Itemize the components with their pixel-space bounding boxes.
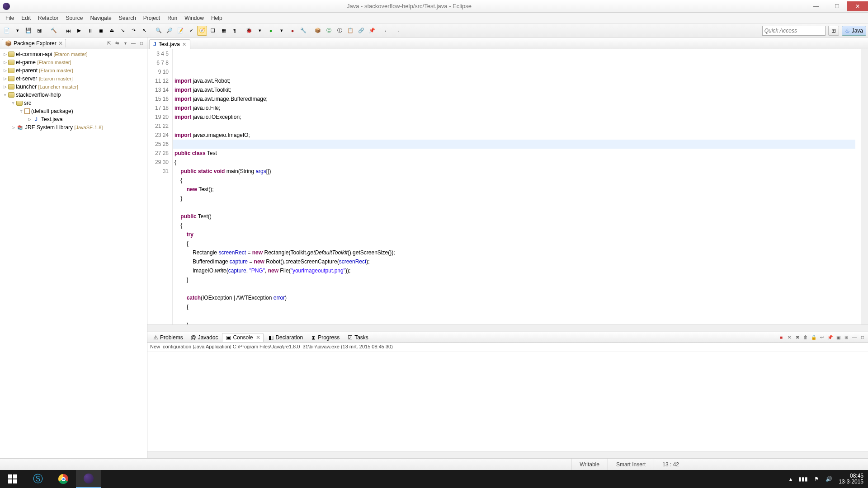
menu-help[interactable]: Help — [208, 14, 226, 23]
run-button[interactable]: ● — [266, 26, 276, 36]
terminate-console-button[interactable]: ■ — [778, 334, 785, 341]
menu-window[interactable]: Window — [181, 14, 208, 23]
file-test-java[interactable]: ▷JTest.java — [0, 115, 147, 123]
step-into-button[interactable]: ↘ — [118, 26, 127, 36]
close-view-icon[interactable]: ✕ — [58, 40, 63, 47]
new-button[interactable]: 📄 — [2, 26, 12, 36]
default-package[interactable]: ▿(default package) — [0, 107, 147, 115]
project-launcher[interactable]: ▷launcher [Launcher master] — [0, 83, 147, 91]
taskbar-chrome[interactable] — [51, 470, 76, 488]
view-menu-button[interactable]: ▾ — [122, 40, 129, 47]
remove-all-button[interactable]: ✖ — [794, 334, 801, 341]
java-perspective-button[interactable]: ♨ Java — [842, 26, 866, 36]
taskbar-eclipse[interactable] — [76, 470, 101, 488]
project-et-server[interactable]: ▷et-server [Etaron master] — [0, 75, 147, 83]
taskbar-skype[interactable]: Ⓢ — [25, 470, 51, 488]
toggle-breadcrumb-button[interactable]: 🧭 — [197, 26, 207, 36]
horizontal-scrollbar[interactable] — [147, 324, 868, 332]
editor-tab-test-java[interactable]: J Test.java ✕ — [149, 39, 190, 49]
clear-console-button[interactable]: 🗑 — [802, 334, 809, 341]
suspend-button[interactable]: ⏸ — [85, 26, 95, 36]
external-tools-button[interactable]: 🔧 — [298, 26, 308, 36]
forward-button[interactable]: → — [392, 26, 402, 36]
new-class-button[interactable]: Ⓒ — [324, 26, 334, 36]
tray-clock[interactable]: 08:45 13-3-2015 — [839, 473, 863, 485]
collapse-all-button[interactable]: ⇱ — [105, 40, 113, 47]
tray-chevron-icon[interactable]: ▴ — [789, 476, 792, 482]
block-selection-button[interactable]: ▦ — [219, 26, 229, 36]
run-dropdown[interactable]: ▾ — [277, 26, 287, 36]
show-whitespace-button[interactable]: ¶ — [230, 26, 240, 36]
mark-occurrences-button[interactable]: ❏ — [208, 26, 218, 36]
menu-search[interactable]: Search — [115, 14, 140, 23]
code-content[interactable]: import java.awt.Robot;import java.awt.To… — [173, 49, 861, 324]
tab-declaration[interactable]: ◧Declaration — [264, 333, 306, 342]
scroll-lock-button[interactable]: 🔒 — [810, 334, 817, 341]
coverage-button[interactable]: ● — [288, 26, 297, 36]
open-console-button[interactable]: ⊞ — [843, 334, 850, 341]
new-interface-button[interactable]: Ⓘ — [335, 26, 344, 36]
console-scrollbar[interactable] — [147, 451, 868, 458]
build-button[interactable]: 🔨 — [49, 26, 59, 36]
disconnect-button[interactable]: ⏏ — [107, 26, 117, 36]
link-editor-button[interactable]: ⇆ — [113, 40, 121, 47]
marker-bar[interactable] — [147, 49, 154, 324]
code-editor[interactable]: 3 4 5 6 7 8 9 10 11 12 13 14 15 16 17 18… — [147, 49, 868, 324]
step-over-button[interactable]: ↷ — [128, 26, 138, 36]
tray-action-icon[interactable]: ⚑ — [814, 476, 819, 482]
close-tab-icon[interactable]: ✕ — [256, 334, 260, 341]
close-tab-icon[interactable]: ✕ — [182, 42, 186, 47]
menu-run[interactable]: Run — [164, 14, 181, 23]
open-type-button[interactable]: 🔍 — [154, 26, 164, 36]
minimize-button[interactable]: — — [806, 1, 826, 11]
console-output[interactable] — [147, 352, 868, 451]
menu-file[interactable]: File — [2, 14, 18, 23]
menu-edit[interactable]: Edit — [18, 14, 34, 23]
tray-volume-icon[interactable]: 🔊 — [826, 476, 832, 482]
terminate-button[interactable]: ⏹ — [96, 26, 106, 36]
quick-access-input[interactable] — [762, 26, 826, 36]
vertical-scrollbar[interactable] — [861, 49, 868, 324]
debug-button[interactable]: 🐞 — [244, 26, 254, 36]
tab-console[interactable]: ▣Console✕ — [222, 333, 264, 342]
tab-javadoc[interactable]: @Javadoc — [187, 333, 222, 342]
remove-launch-button[interactable]: ✕ — [786, 334, 793, 341]
pin-button[interactable]: 📌 — [367, 26, 377, 36]
word-wrap-button[interactable]: ↩ — [818, 334, 826, 341]
project-tree[interactable]: ▷et-common-api [Etaron master] ▷et-game … — [0, 49, 147, 458]
search-button[interactable]: 🔎 — [165, 26, 175, 36]
tab-progress[interactable]: ⧗Progress — [307, 333, 343, 342]
back-button[interactable]: ← — [382, 26, 392, 36]
annotation-button[interactable]: 📝 — [175, 26, 185, 36]
pin-console-button[interactable]: 📌 — [826, 334, 834, 341]
open-task-button[interactable]: 📋 — [345, 26, 355, 36]
save-button[interactable]: 💾 — [24, 26, 33, 36]
new-package-button[interactable]: 📦 — [313, 26, 323, 36]
minimize-view-button[interactable]: — — [130, 40, 137, 47]
jre-library[interactable]: ▷📚JRE System Library [JavaSE-1.8] — [0, 123, 147, 131]
project-et-game[interactable]: ▷et-game [Etaron master] — [0, 58, 147, 66]
maximize-view-button[interactable]: □ — [138, 40, 145, 47]
project-et-common-api[interactable]: ▷et-common-api [Etaron master] — [0, 50, 147, 58]
menu-refactor[interactable]: Refactor — [34, 14, 62, 23]
menu-project[interactable]: Project — [140, 14, 164, 23]
tab-tasks[interactable]: ☑Tasks — [344, 333, 372, 342]
project-stackoverflow-help[interactable]: ▿stackoverflow-help — [0, 91, 147, 99]
debug-skip-button[interactable]: ⏭ — [63, 26, 73, 36]
maximize-panel-button[interactable]: □ — [859, 334, 866, 341]
tray-network-icon[interactable]: ▮▮▮ — [798, 476, 808, 482]
close-button[interactable]: ✕ — [847, 1, 868, 11]
open-perspective-button[interactable]: ⊞ — [828, 26, 839, 36]
maximize-button[interactable]: ☐ — [826, 1, 847, 11]
debug-dropdown[interactable]: ▾ — [255, 26, 265, 36]
src-folder[interactable]: ▿src — [0, 99, 147, 107]
new-dropdown[interactable]: ▾ — [13, 26, 23, 36]
step-return-button[interactable]: ↖ — [139, 26, 149, 36]
tab-problems[interactable]: ⚠Problems — [149, 333, 186, 342]
package-explorer-tab[interactable]: 📦 Package Explorer ✕ — [2, 39, 66, 47]
task-button[interactable]: ✓ — [186, 26, 196, 36]
display-console-button[interactable]: ▣ — [835, 334, 842, 341]
menu-source[interactable]: Source — [62, 14, 86, 23]
project-et-parent[interactable]: ▷et-parent [Etaron master] — [0, 66, 147, 75]
start-button[interactable] — [0, 470, 25, 488]
